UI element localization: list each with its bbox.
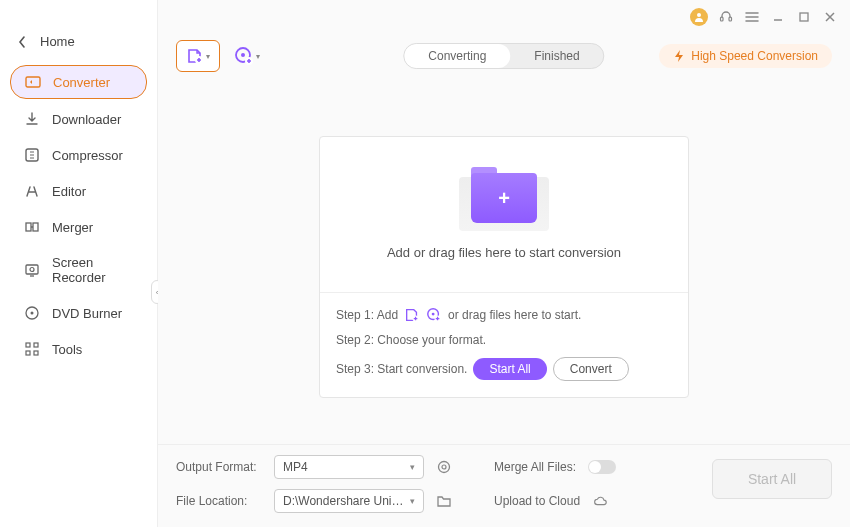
plus-icon: + [498, 187, 510, 210]
svg-rect-2 [26, 223, 31, 231]
minimize-icon[interactable] [770, 9, 786, 25]
drop-headline: Add or drag files here to start conversi… [387, 245, 621, 260]
tab-converting[interactable]: Converting [404, 44, 510, 68]
svg-point-22 [432, 313, 435, 316]
dvd-icon [24, 305, 40, 321]
open-folder-icon[interactable] [436, 493, 452, 509]
svg-rect-9 [34, 343, 38, 347]
drop-steps: Step 1: Add or drag files here to start.… [320, 293, 688, 397]
support-icon[interactable] [718, 9, 734, 25]
svg-point-25 [442, 465, 446, 469]
toolbar: ▾ ▾ Converting Finished High Speed Conve… [158, 34, 850, 78]
chevron-down-icon: ▾ [256, 52, 260, 61]
add-file-icon [404, 307, 420, 323]
sidebar-item-editor[interactable]: Editor [10, 175, 147, 207]
sidebar-item-label: Screen Recorder [52, 255, 133, 285]
download-icon [24, 111, 40, 127]
sidebar-item-label: Converter [53, 75, 110, 90]
sidebar: Home Converter Downloader Compressor Edi… [0, 0, 158, 527]
svg-point-12 [697, 13, 701, 17]
svg-rect-4 [26, 265, 38, 274]
start-all-example-button: Start All [473, 358, 546, 380]
add-file-button[interactable]: ▾ [176, 40, 220, 72]
main-panel: ▾ ▾ Converting Finished High Speed Conve… [158, 0, 850, 527]
svg-point-5 [30, 268, 34, 272]
file-location-label: File Location: [176, 494, 262, 508]
compressor-icon [24, 147, 40, 163]
add-dvd-button[interactable]: ▾ [234, 40, 260, 72]
sidebar-item-screen-recorder[interactable]: Screen Recorder [10, 247, 147, 293]
output-format-select[interactable]: MP4 ▾ [274, 455, 424, 479]
drop-zone[interactable]: + Add or drag files here to start conver… [319, 136, 689, 398]
add-dvd-icon [426, 307, 442, 323]
sidebar-item-dvd-burner[interactable]: DVD Burner [10, 297, 147, 329]
svg-rect-3 [33, 223, 38, 231]
back-icon [18, 36, 26, 48]
output-format-label: Output Format: [176, 460, 262, 474]
close-icon[interactable] [822, 9, 838, 25]
bolt-icon [673, 49, 685, 63]
sidebar-item-label: Tools [52, 342, 82, 357]
svg-rect-10 [26, 351, 30, 355]
upload-cloud-label: Upload to Cloud [494, 494, 580, 508]
convert-example-button: Convert [553, 357, 629, 381]
home-label: Home [40, 34, 75, 49]
step1-pre: Step 1: Add [336, 308, 398, 322]
content-area: + Add or drag files here to start conver… [158, 78, 850, 444]
menu-icon[interactable] [744, 9, 760, 25]
sidebar-item-merger[interactable]: Merger [10, 211, 147, 243]
settings-icon[interactable] [436, 459, 452, 475]
sidebar-item-label: Compressor [52, 148, 123, 163]
file-location-value: D:\Wondershare UniConverter 1 [283, 494, 410, 508]
sidebar-item-converter[interactable]: Converter [10, 65, 147, 99]
svg-rect-8 [26, 343, 30, 347]
tab-finished[interactable]: Finished [510, 44, 603, 68]
home-nav[interactable]: Home [0, 28, 157, 63]
recorder-icon [24, 262, 40, 278]
sidebar-item-label: Merger [52, 220, 93, 235]
svg-rect-14 [729, 17, 732, 21]
svg-rect-13 [721, 17, 724, 21]
add-dvd-icon [234, 46, 254, 66]
svg-rect-11 [34, 351, 38, 355]
sidebar-item-downloader[interactable]: Downloader [10, 103, 147, 135]
chevron-down-icon: ▾ [410, 496, 415, 506]
svg-rect-0 [26, 77, 40, 87]
sidebar-item-tools[interactable]: Tools [10, 333, 147, 365]
drop-zone-top: + Add or drag files here to start conver… [320, 137, 688, 293]
svg-point-24 [439, 462, 450, 473]
merge-toggle[interactable] [588, 460, 616, 474]
step1-post: or drag files here to start. [448, 308, 581, 322]
svg-point-18 [241, 53, 245, 57]
start-all-button[interactable]: Start All [712, 459, 832, 499]
chevron-down-icon: ▾ [206, 52, 210, 61]
tools-icon [24, 341, 40, 357]
editor-icon [24, 183, 40, 199]
step-2: Step 2: Choose your format. [336, 333, 672, 347]
sidebar-item-compressor[interactable]: Compressor [10, 139, 147, 171]
converter-icon [25, 74, 41, 90]
sidebar-item-label: DVD Burner [52, 306, 122, 321]
status-tabs: Converting Finished [403, 43, 604, 69]
merger-icon [24, 219, 40, 235]
add-file-icon [186, 47, 204, 65]
output-format-value: MP4 [283, 460, 308, 474]
maximize-icon[interactable] [796, 9, 812, 25]
merge-label: Merge All Files: [494, 460, 576, 474]
avatar[interactable] [690, 8, 708, 26]
step-3: Step 3: Start conversion. Start All Conv… [336, 357, 672, 381]
high-speed-badge[interactable]: High Speed Conversion [659, 44, 832, 68]
step-1: Step 1: Add or drag files here to start. [336, 307, 672, 323]
chevron-down-icon: ▾ [410, 462, 415, 472]
svg-point-7 [31, 312, 34, 315]
high-speed-label: High Speed Conversion [691, 49, 818, 63]
sidebar-item-label: Downloader [52, 112, 121, 127]
titlebar [158, 0, 850, 34]
cloud-icon[interactable] [592, 493, 608, 509]
sidebar-item-label: Editor [52, 184, 86, 199]
svg-rect-15 [800, 13, 808, 21]
step3-text: Step 3: Start conversion. [336, 362, 467, 376]
file-location-select[interactable]: D:\Wondershare UniConverter 1 ▾ [274, 489, 424, 513]
folder-illustration: + [459, 169, 549, 231]
